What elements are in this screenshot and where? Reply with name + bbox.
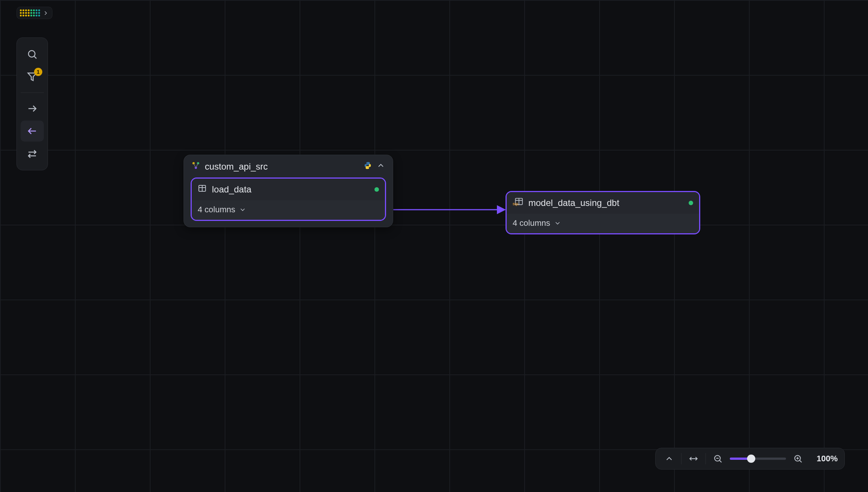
svg-line-25 (800, 461, 802, 462)
search-button[interactable] (21, 44, 44, 65)
arrow-right-icon (27, 103, 38, 114)
filter-button[interactable]: 1 (21, 66, 44, 87)
edge-layer (0, 0, 868, 492)
chevron-right-icon (42, 10, 49, 16)
svg-line-11 (194, 163, 196, 168)
fit-horizontal-button[interactable] (685, 450, 702, 467)
arrow-left-icon (27, 125, 38, 137)
canvas-grid[interactable]: 1 (0, 0, 868, 492)
arrows-horizontal-icon (688, 454, 699, 464)
chevron-down-icon (554, 219, 561, 227)
asset-header: SQL model_data_using_dbt (507, 192, 699, 214)
filter-count-badge: 1 (34, 68, 42, 76)
zoom-panel: 100% (655, 448, 845, 470)
zoom-readout: 100% (810, 454, 840, 464)
downstream-button[interactable] (21, 98, 44, 119)
chevron-down-icon (239, 206, 246, 213)
zoom-in-button[interactable] (789, 450, 807, 467)
op-graph-icon (191, 161, 200, 172)
chevron-up-icon (664, 454, 674, 464)
asset-title: model_data_using_dbt (528, 198, 683, 208)
collapse-icon[interactable] (376, 161, 385, 172)
code-location-chip[interactable] (16, 7, 52, 19)
zoom-out-icon (713, 454, 723, 464)
upstream-button[interactable] (21, 121, 44, 142)
asset-columns-row[interactable]: 4 columns (507, 214, 699, 233)
status-dot (689, 201, 693, 205)
asset-header: load_data (192, 179, 385, 200)
columns-label: 4 columns (198, 205, 235, 215)
python-icon (364, 161, 372, 172)
group-title: custom_api_src (205, 161, 359, 172)
columns-label: 4 columns (513, 218, 550, 228)
svg-point-1 (28, 51, 35, 57)
zoom-out-button[interactable] (709, 450, 727, 467)
search-icon (27, 49, 38, 60)
left-toolbar: 1 (16, 37, 48, 170)
asset-node-load-data[interactable]: load_data 4 columns (191, 177, 386, 221)
zoom-in-icon (793, 454, 803, 464)
code-location-icon (20, 9, 40, 16)
asset-title: load_data (212, 184, 369, 195)
bidirectional-button[interactable] (21, 143, 44, 164)
group-header: custom_api_src (184, 155, 393, 177)
svg-line-22 (720, 461, 722, 462)
svg-text:SQL: SQL (513, 202, 519, 206)
panel-divider (681, 453, 682, 464)
asset-node-model-data-using-dbt[interactable]: SQL model_data_using_dbt 4 columns (506, 191, 700, 234)
svg-line-2 (34, 57, 37, 59)
status-dot (374, 187, 379, 192)
asset-columns-row[interactable]: 4 columns (192, 200, 385, 220)
panel-divider (705, 453, 706, 464)
fit-vertical-button[interactable] (660, 450, 678, 467)
table-icon (198, 184, 207, 195)
toolbar-divider (21, 92, 44, 93)
svg-line-12 (196, 163, 198, 168)
zoom-slider[interactable] (730, 458, 786, 460)
arrows-left-right-icon (27, 148, 38, 159)
zoom-slider-thumb[interactable] (747, 455, 755, 463)
group-node-custom-api-src[interactable]: custom_api_src load_data 4 columns (183, 155, 393, 227)
sql-table-icon: SQL (513, 197, 523, 209)
